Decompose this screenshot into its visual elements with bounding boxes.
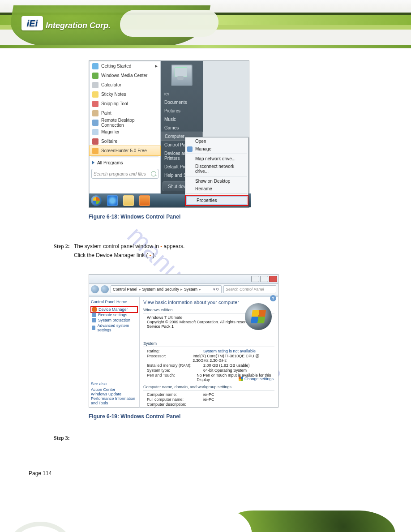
context-menu-item[interactable]: Map network drive... xyxy=(185,155,248,163)
screenshot-system-window: Control Panel ▸ System and Security ▸ Sy… xyxy=(89,274,278,408)
nav-back-button[interactable] xyxy=(91,285,99,293)
address-dropdown-icon[interactable]: ▾ xyxy=(213,287,215,292)
info-key: Computer description: xyxy=(147,402,201,407)
see-also-link[interactable]: Action Center xyxy=(91,387,137,392)
change-settings-label: Change settings xyxy=(244,377,274,381)
start-search-input[interactable]: Search programs and files xyxy=(91,169,158,179)
divider xyxy=(143,347,274,347)
cp-left-link[interactable]: Remote settings xyxy=(91,312,137,317)
cp-search-placeholder: Search Control Panel xyxy=(226,287,264,292)
brand-text: Integration Corp. xyxy=(46,21,111,30)
start-right-item[interactable]: Games xyxy=(161,124,203,132)
start-menu-item[interactable]: Snipping Tool xyxy=(90,99,160,108)
app-icon xyxy=(92,120,98,126)
header-accent xyxy=(0,45,411,48)
address-refresh-icon[interactable]: ↻ xyxy=(216,287,219,292)
start-menu-item-label: Remote Desktop Connection xyxy=(101,118,158,128)
start-right-item[interactable]: Music xyxy=(161,115,203,124)
window-maximize-button[interactable] xyxy=(260,276,268,282)
context-menu-item[interactable]: Open xyxy=(185,137,248,145)
info-key: Processor: xyxy=(147,354,190,363)
start-menu-item[interactable]: Calculator xyxy=(90,80,160,90)
start-menu-item[interactable]: Solitaire xyxy=(90,137,160,146)
info-value: WORKGROUP xyxy=(203,407,231,408)
all-programs-item[interactable]: All Programs xyxy=(90,158,160,167)
app-icon xyxy=(92,110,98,116)
see-also-section: See also Action CenterWindows UpdatePerf… xyxy=(91,382,137,405)
cp-left-link[interactable]: Advanced system settings xyxy=(91,323,137,333)
step-2-text-c: Click the Device Manager link ( xyxy=(74,252,148,258)
computer-context-menu: OpenManageMap network drive...Disconnect… xyxy=(185,137,248,206)
info-row: Processor:Intel(R) Core(TM) i7-3610QE CP… xyxy=(147,354,274,363)
start-menu-item[interactable]: Getting Started▶ xyxy=(90,61,160,71)
crumb-0: Control Panel xyxy=(113,287,137,292)
figure-caption-2: Figure 6-19: Windows Control Panel xyxy=(89,413,180,420)
crumb-2: System xyxy=(184,287,197,292)
context-menu-item[interactable]: Properties xyxy=(186,196,247,205)
user-picture-icon xyxy=(171,64,193,86)
app-icon xyxy=(92,82,98,88)
step-3: Step 3: xyxy=(54,434,358,442)
cp-search-input[interactable]: Search Control Panel xyxy=(223,285,276,293)
step-2-text-b: appears. xyxy=(164,243,185,249)
change-settings-link[interactable]: Change settings xyxy=(239,377,274,381)
cp-left-link[interactable]: System protection xyxy=(91,317,137,323)
system-header: System xyxy=(143,341,274,346)
start-orb-icon[interactable] xyxy=(91,195,102,206)
taskbar-ie-icon[interactable] xyxy=(107,195,118,206)
window-close-button[interactable] xyxy=(269,276,277,282)
page-body: manualshive.com Getting Started▶Windows … xyxy=(0,49,411,502)
back-arrow-icon xyxy=(92,161,94,164)
start-menu-item-label: ScreenHunter 5.0 Free xyxy=(101,148,147,153)
start-menu-item[interactable]: ScreenHunter 5.0 Free xyxy=(89,146,161,156)
info-key: Pen and Touch: xyxy=(147,373,194,382)
info-row: Workgroup:WORKGROUP xyxy=(147,407,274,408)
see-also-header: See also xyxy=(91,382,137,386)
see-also-link[interactable]: Performance Information and Tools xyxy=(91,396,137,405)
link-icon xyxy=(92,313,96,317)
start-menu-item-label: Sticky Notes xyxy=(101,92,126,97)
cp-left-link-label: Remote settings xyxy=(98,313,127,317)
manage-icon xyxy=(187,146,193,152)
info-value[interactable]: System rating is not available xyxy=(203,349,256,353)
footer-ring-decor xyxy=(9,522,72,532)
taskbar-explorer-icon[interactable] xyxy=(123,195,134,206)
start-menu-item[interactable]: Paint xyxy=(90,108,160,118)
address-bar[interactable]: Control Panel ▸ System and Security ▸ Sy… xyxy=(111,285,222,293)
start-search-placeholder: Search programs and files xyxy=(94,172,146,176)
step-2-line-1: Step 2: The system control panel window … xyxy=(54,243,358,250)
info-key: Rating: xyxy=(147,349,201,353)
nav-forward-button[interactable] xyxy=(101,285,109,293)
cp-home-link[interactable]: Control Panel Home xyxy=(91,300,137,304)
start-right-item[interactable]: Documents xyxy=(161,98,203,107)
start-menu-item-label: Solitaire xyxy=(101,139,117,144)
context-menu-item[interactable]: Rename xyxy=(185,185,248,193)
name-header: Computer name, domain, and workgroup set… xyxy=(143,385,274,389)
link-icon xyxy=(92,326,95,330)
start-menu-item[interactable]: Windows Media Center xyxy=(90,71,160,80)
see-also-link[interactable]: Windows Update xyxy=(91,392,137,396)
start-right-item[interactable]: Pictures xyxy=(161,107,203,115)
start-menu-item[interactable]: Magnifier xyxy=(90,127,160,137)
context-menu-separator xyxy=(186,176,247,176)
window-minimize-button[interactable] xyxy=(251,276,259,282)
taskbar-wmp-icon[interactable] xyxy=(139,195,150,206)
app-icon xyxy=(92,91,98,98)
info-row: Full computer name:iei-PC xyxy=(147,397,274,402)
context-menu-item[interactable]: Show on Desktop xyxy=(185,177,248,185)
info-value: Intel(R) Core(TM) i7-3610QE CPU @ 2.30GH… xyxy=(193,354,274,363)
logo-text: iEi xyxy=(27,18,38,29)
step-2-label: Step 2: xyxy=(54,243,70,249)
brand-block: iEi Integration Corp. xyxy=(21,16,111,30)
step-3-label: Step 3: xyxy=(54,435,70,441)
info-row: Rating:System rating is not available xyxy=(147,349,274,353)
start-menu-item[interactable]: Remote Desktop Connection xyxy=(90,118,160,127)
context-menu-item[interactable]: Manage xyxy=(185,145,248,153)
start-menu-item[interactable]: Sticky Notes xyxy=(90,90,160,99)
start-right-item[interactable]: iei xyxy=(161,90,203,98)
crumb-sep-icon: ▸ xyxy=(199,287,201,292)
info-row: Installed memory (RAM):2.00 GB (1.82 GB … xyxy=(147,363,274,368)
info-row: System type:64-bit Operating System xyxy=(147,368,274,373)
context-menu-item[interactable]: Disconnect network drive... xyxy=(185,163,248,175)
info-row: Computer name:iei-PC xyxy=(147,392,274,397)
